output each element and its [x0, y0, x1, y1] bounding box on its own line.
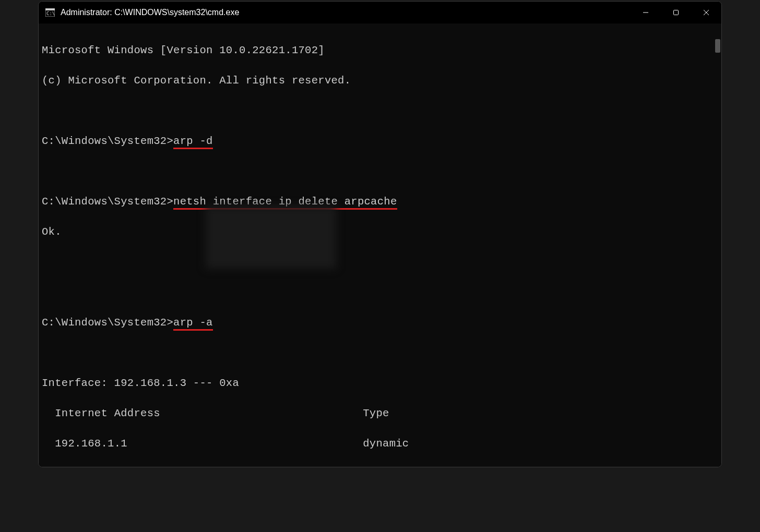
svg-text:C:\: C:\: [46, 11, 55, 16]
copyright-line: (c) Microsoft Corporation. All rights re…: [42, 73, 716, 88]
window-title: Administrator: C:\WINDOWS\system32\cmd.e…: [61, 8, 631, 17]
titlebar[interactable]: C:\ Administrator: C:\WINDOWS\system32\c…: [39, 2, 721, 23]
cmd-icon: C:\: [45, 7, 55, 18]
arp-ip: 224.0.0.22: [55, 466, 211, 467]
svg-rect-4: [674, 10, 679, 15]
scrollbar-thumb[interactable]: [715, 39, 720, 53]
redacted-region: [206, 206, 336, 269]
window-controls: [631, 2, 721, 23]
maximize-button[interactable]: [661, 2, 691, 23]
prompt: C:\Windows\System32>: [42, 196, 173, 208]
prompt: C:\Windows\System32>: [42, 135, 173, 147]
terminal-output[interactable]: Microsoft Windows [Version 10.0.22621.17…: [39, 23, 721, 467]
header-type: Type: [363, 406, 389, 421]
minimize-button[interactable]: [631, 2, 661, 23]
banner-line: Microsoft Windows [Version 10.0.22621.17…: [42, 43, 716, 58]
arp-type: dynamic: [363, 436, 409, 451]
command-prompt-window: C:\ Administrator: C:\WINDOWS\system32\c…: [38, 1, 722, 467]
arp-type: static: [363, 466, 402, 467]
arp-header-row: Internet AddressType: [42, 406, 716, 421]
prompt: C:\Windows\System32>: [42, 317, 173, 329]
arp-row: 192.168.1.1dynamic: [42, 436, 716, 451]
interface-line: Interface: 192.168.1.3 --- 0xa: [42, 376, 716, 391]
command-input: arp -d: [173, 135, 213, 149]
svg-rect-1: [45, 8, 55, 10]
close-button[interactable]: [691, 2, 721, 23]
command-input: arp -a: [173, 317, 213, 331]
header-internet-address: Internet Address: [55, 406, 211, 421]
arp-ip: 192.168.1.1: [55, 436, 211, 451]
output-line: Ok.: [42, 224, 716, 239]
arp-row: 224.0.0.22static: [42, 466, 716, 467]
scrollbar[interactable]: [714, 23, 721, 467]
